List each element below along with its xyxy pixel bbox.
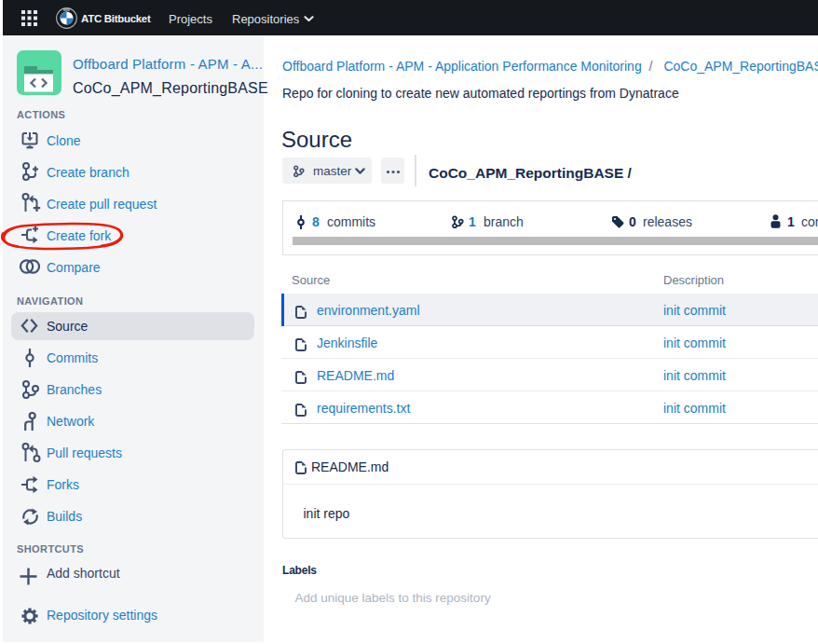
svg-text:BMW: BMW <box>63 8 70 12</box>
